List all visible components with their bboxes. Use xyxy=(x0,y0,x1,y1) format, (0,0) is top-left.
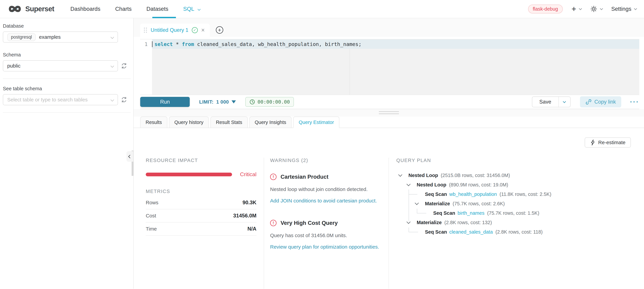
plan-node-seq-scan-cleaned-sales: Seq Scan cleaned_sales_data (2.8K rows, … xyxy=(396,227,644,237)
plan-node-nested-loop-root: Nested Loop (2515.0B rows, cost: 31456.0… xyxy=(396,171,644,180)
sun-icon xyxy=(590,5,597,12)
resource-impact-section: RESOURCE IMPACT Critical METRICS Rows 90… xyxy=(134,158,264,289)
collapse-node-icon[interactable] xyxy=(398,173,402,177)
theme-dropdown-button[interactable] xyxy=(590,5,602,12)
nav-sql[interactable]: SQL xyxy=(183,6,200,12)
copy-link-button[interactable]: Copy link xyxy=(580,96,622,107)
results-panel: Results Query history Result Stats Query… xyxy=(134,117,644,289)
query-saved-icon: ✓ xyxy=(192,27,198,33)
nav-datasets[interactable]: Datasets xyxy=(146,6,168,12)
plan-node-seq-scan-birth-names: Seq Scan birth_names (75.7K rows, cost: … xyxy=(396,208,644,218)
environment-badge: flask-debug xyxy=(528,4,563,13)
nav-charts[interactable]: Charts xyxy=(115,6,132,12)
tab-result-stats[interactable]: Result Stats xyxy=(210,117,248,128)
refresh-tables-icon[interactable] xyxy=(121,97,127,103)
tab-query-estimator[interactable]: Query Estimator xyxy=(293,117,339,128)
chevron-down-icon xyxy=(563,100,566,103)
editor-toolbar: Run LIMIT: 1 000 00:00:00.00 Save xyxy=(140,95,639,109)
query-tab[interactable]: Untitled Query 1 ✓ × xyxy=(140,23,210,37)
drag-handle-icon[interactable] xyxy=(144,28,145,29)
close-tab-icon[interactable]: × xyxy=(201,27,205,33)
table-link[interactable]: birth_names xyxy=(458,210,484,216)
collapse-node-icon[interactable] xyxy=(406,220,410,224)
impact-progress-bar xyxy=(146,173,232,176)
nav-dashboards[interactable]: Dashboards xyxy=(70,6,100,12)
active-nav-underline xyxy=(152,17,176,18)
navbar: Superset Dashboards Charts Datasets SQL … xyxy=(0,0,644,18)
warning-suggestion-link[interactable]: Review query plan for optimization oppor… xyxy=(270,244,382,250)
table-select[interactable]: Select table or type to search tables xyxy=(3,94,118,105)
superset-logo[interactable]: Superset xyxy=(8,4,54,14)
table-link[interactable]: cleaned_sales_data xyxy=(450,229,493,235)
limit-dropdown[interactable]: LIMIT: 1 000 xyxy=(199,99,236,105)
resize-handle[interactable] xyxy=(379,111,399,116)
caret-down-icon xyxy=(232,100,236,103)
database-engine-tag: postgresql xyxy=(7,33,36,41)
settings-menu[interactable]: Settings xyxy=(611,6,636,12)
reestimate-button[interactable]: Re-estimate xyxy=(585,137,631,148)
tab-query-history[interactable]: Query history xyxy=(169,117,209,128)
metric-row-time: Time N/A xyxy=(146,223,256,236)
plan-node-seq-scan-wb-health: Seq Scan wb_health_population (11.8K row… xyxy=(396,190,644,199)
chevron-left-icon xyxy=(128,155,132,158)
divider xyxy=(3,78,130,79)
warnings-section: WARNINGS (2) ! Cartesian Product Nested … xyxy=(264,158,389,289)
query-plan-label: QUERY PLAN xyxy=(396,158,644,163)
chevron-down-icon xyxy=(579,7,582,10)
collapse-node-icon[interactable] xyxy=(415,201,419,205)
divider xyxy=(3,112,130,113)
query-plan-tree: Nested Loop (2515.0B rows, cost: 31456.0… xyxy=(396,171,644,237)
query-tab-title: Untitled Query 1 xyxy=(151,27,188,33)
schema-select[interactable]: public xyxy=(3,60,118,71)
chevron-down-icon xyxy=(198,7,200,10)
sql-editor[interactable]: 1 select * from cleaned_sales_data, wb_h… xyxy=(140,39,639,95)
schema-label: Schema xyxy=(3,52,133,58)
brand-name: Superset xyxy=(25,5,54,13)
new-dropdown-button[interactable]: + xyxy=(572,5,582,13)
warnings-label: WARNINGS (2) xyxy=(270,158,382,163)
warning-high-cost: ! Very High Cost Query Query has cost of… xyxy=(270,220,382,250)
sql-code-line[interactable]: select * from cleaned_sales_data, wb_hea… xyxy=(152,41,362,47)
limit-value: 1 000 xyxy=(216,99,229,105)
query-plan-section: QUERY PLAN Nested Loop (2515.0B xyxy=(389,158,644,289)
database-select[interactable]: postgresql examples xyxy=(3,31,118,43)
collapse-sidebar-button[interactable] xyxy=(126,151,133,162)
chevron-down-icon xyxy=(110,35,114,39)
link-icon xyxy=(585,99,592,105)
plan-node-materialize-2: Materialize (2.8K rows, cost: 132) xyxy=(396,218,644,227)
collapse-node-icon[interactable] xyxy=(406,182,410,186)
database-label: Database xyxy=(3,23,133,29)
save-options-button[interactable] xyxy=(558,97,570,107)
refresh-schemas-icon[interactable] xyxy=(121,63,127,69)
new-query-tab-button[interactable]: + xyxy=(216,26,223,34)
plan-node-materialize-1: Materialize (75.7K rows, cost: 2.6K) xyxy=(396,199,644,208)
warning-suggestion-link[interactable]: Add JOIN conditions to avoid cartesian p… xyxy=(270,198,382,204)
table-link[interactable]: wb_health_population xyxy=(450,192,497,197)
query-tabbar: Untitled Query 1 ✓ × + xyxy=(134,18,644,37)
metric-row-rows: Rows 90.3K xyxy=(146,196,256,209)
superset-logo-icon xyxy=(8,4,22,14)
lightning-bolt-icon xyxy=(590,139,596,146)
plan-node-nested-loop-inner: Nested Loop (890.9M rows, cost: 19.0M) xyxy=(396,180,644,190)
panel-resize-gap xyxy=(134,109,644,117)
query-timer: 00:00:00.00 xyxy=(245,97,294,107)
results-tabbar: Results Query history Result Stats Query… xyxy=(134,117,644,128)
tab-results[interactable]: Results xyxy=(140,117,167,128)
sql-lab-sidebar: Database postgresql examples Schema publ… xyxy=(0,18,134,289)
chevron-down-icon xyxy=(110,98,114,101)
chevron-down-icon xyxy=(634,7,637,10)
warning-icon: ! xyxy=(270,174,276,180)
run-button[interactable]: Run xyxy=(140,97,190,107)
save-button[interactable]: Save xyxy=(532,97,558,107)
warning-icon: ! xyxy=(270,220,276,226)
plus-icon: + xyxy=(572,5,576,13)
metric-row-cost: Cost 31456.0M xyxy=(146,209,256,223)
chevron-down-icon xyxy=(110,64,114,67)
save-split-button: Save xyxy=(532,96,570,107)
metrics-label: METRICS xyxy=(146,189,256,194)
chevron-down-icon xyxy=(600,7,603,10)
clock-icon xyxy=(250,99,255,105)
more-actions-button[interactable]: ··· xyxy=(630,98,639,106)
tab-query-insights[interactable]: Query Insights xyxy=(250,117,292,128)
warning-cartesian-product: ! Cartesian Product Nested loop without … xyxy=(270,174,382,204)
